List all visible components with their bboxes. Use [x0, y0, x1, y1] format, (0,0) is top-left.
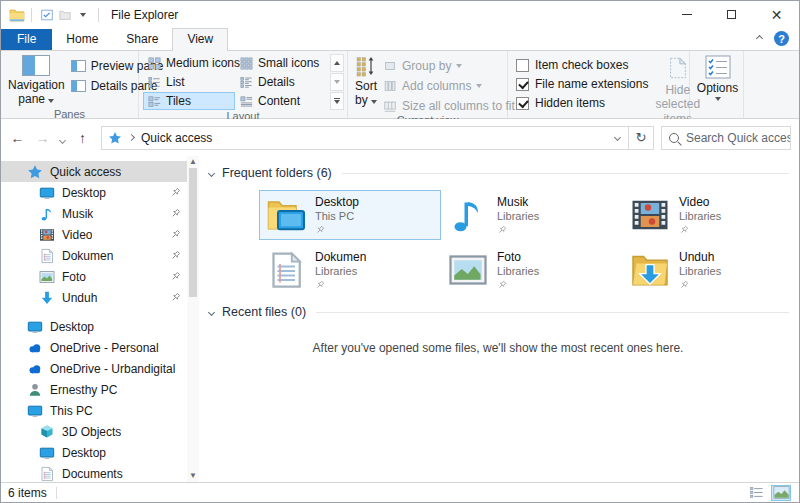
frequent-folder-tile[interactable]: Dokumen Libraries [259, 245, 441, 295]
back-button[interactable]: ← [5, 130, 30, 146]
layout-option[interactable]: Content [235, 92, 327, 110]
frequent-folder-tile[interactable]: Unduh Libraries [623, 245, 800, 295]
search-icon [669, 133, 679, 143]
show-hide-checkbox[interactable]: Hidden items [516, 96, 648, 110]
checkbox-icon[interactable] [516, 78, 529, 91]
show-hide-checkbox[interactable]: File name extensions [516, 77, 648, 91]
tab-home[interactable]: Home [52, 29, 112, 50]
cloud-icon [27, 340, 43, 356]
search-input[interactable]: Search Quick access [661, 126, 791, 150]
sidebar-item[interactable]: Musik [1, 203, 187, 224]
maximize-button[interactable] [709, 1, 754, 28]
frequent-folder-tile[interactable]: Desktop This PC [259, 190, 441, 240]
frequent-folder-tile[interactable]: Foto Libraries [441, 245, 623, 295]
sidebar-item[interactable]: This PC [1, 400, 187, 421]
monitor-icon [39, 185, 55, 201]
tile-name: Musik [497, 195, 539, 209]
separator [31, 8, 32, 22]
scrollbar-down-icon[interactable]: ▼ [189, 472, 197, 480]
list-view-icon [147, 75, 162, 90]
tiles-view-icon [147, 94, 162, 109]
pin-icon [679, 225, 689, 235]
sidebar-item[interactable]: Foto [1, 266, 187, 287]
address-box[interactable]: Quick access ↻ [101, 126, 654, 150]
qat-customize-dropdown-icon[interactable] [74, 6, 92, 24]
show-hide-checkbox[interactable]: Item check boxes [516, 58, 648, 72]
folder-download-icon [630, 250, 670, 290]
star-icon [27, 164, 43, 180]
tile-name: Desktop [315, 195, 359, 209]
ribbon-group-layout: Medium icons Small icons List Details Ti… [139, 51, 348, 118]
checkbox-icon[interactable] [516, 59, 529, 72]
group-by-button[interactable]: Group by [380, 57, 518, 74]
sidebar-item[interactable]: OneDrive - Urbandigital [1, 358, 187, 379]
help-icon[interactable]: ? [774, 31, 789, 46]
sidebar-item[interactable]: Video [1, 224, 187, 245]
sidebar-item[interactable]: OneDrive - Personal [1, 337, 187, 358]
large-icons-view-toggle-icon[interactable] [771, 485, 791, 501]
layout-option[interactable]: Small icons [235, 54, 327, 72]
pin-icon [170, 250, 181, 261]
cloud-icon [27, 361, 43, 377]
navigation-pane-icon [22, 55, 50, 76]
options-icon [705, 55, 731, 79]
gallery-scroll-up-icon[interactable] [330, 54, 344, 72]
qat-properties-icon[interactable] [38, 6, 56, 24]
recent-files-header[interactable]: Recent files (0) [207, 297, 789, 325]
layout-option[interactable]: Details [235, 73, 327, 91]
breadcrumb-chevron-icon[interactable] [128, 134, 135, 141]
sort-by-icon [355, 55, 377, 77]
details-view-icon [239, 75, 254, 90]
layout-option[interactable]: List [143, 73, 235, 91]
tab-share[interactable]: Share [112, 29, 172, 50]
sidebar-item[interactable]: Desktop [1, 442, 187, 463]
sort-by-button[interactable]: Sort by [352, 54, 380, 109]
details-view-toggle-icon[interactable] [747, 485, 767, 501]
tab-view[interactable]: View [172, 28, 228, 51]
frequent-folder-tile[interactable]: Musik Libraries [441, 190, 623, 240]
add-columns-button[interactable]: Add columns [380, 77, 518, 94]
sidebar-item[interactable]: Quick access [1, 161, 187, 182]
refresh-icon[interactable]: ↻ [628, 127, 653, 149]
ribbon-empty-space [744, 51, 799, 118]
forward-button[interactable]: → [30, 130, 55, 146]
close-button[interactable]: ✕ [754, 1, 799, 28]
collapse-section-icon[interactable] [208, 308, 215, 315]
checkbox-icon[interactable] [516, 97, 529, 110]
sidebar-item[interactable]: Dokumen [1, 245, 187, 266]
frequent-folders-header[interactable]: Frequent folders (6) [207, 158, 789, 186]
music-note-icon [448, 195, 488, 235]
up-button[interactable]: ↑ [70, 130, 95, 146]
recent-locations-dropdown-icon[interactable] [55, 130, 70, 146]
pin-icon [497, 280, 507, 290]
panes-group-label: Panes [1, 108, 138, 120]
layout-option[interactable]: Tiles [143, 92, 235, 110]
scrollbar-up-icon[interactable]: ▲ [189, 158, 197, 166]
sidebar-item[interactable]: Unduh [1, 287, 187, 308]
address-dropdown-icon[interactable] [606, 127, 628, 149]
scrollbar-thumb[interactable] [189, 168, 197, 297]
gallery-scroll-down-icon[interactable] [330, 73, 344, 91]
sidebar-item[interactable]: Desktop [1, 182, 187, 203]
sidebar-item[interactable]: Desktop [1, 316, 187, 337]
content-view-icon [239, 94, 254, 109]
collapse-section-icon[interactable] [208, 169, 215, 176]
tile-name: Video [679, 195, 721, 209]
recent-files-empty-message: After you've opened some files, we'll sh… [207, 341, 789, 355]
hide-selected-items-icon [666, 55, 690, 81]
gallery-more-icon[interactable] [330, 92, 344, 110]
sidebar-scrollbar[interactable]: ▲ ▼ [187, 156, 199, 482]
qat-new-folder-icon[interactable] [56, 6, 74, 24]
frequent-folder-tile[interactable]: Video Libraries [623, 190, 800, 240]
minimize-ribbon-icon[interactable] [756, 35, 763, 42]
layout-option[interactable]: Medium icons [143, 54, 235, 72]
sidebar-item[interactable]: 3D Objects [1, 421, 187, 442]
minimize-button[interactable] [664, 1, 709, 28]
navigation-pane-button[interactable]: Navigation pane [5, 54, 68, 108]
breadcrumb-location[interactable]: Quick access [141, 131, 212, 145]
options-button[interactable]: Options [694, 54, 741, 102]
size-all-columns-button[interactable]: Size all columns to fit [380, 97, 518, 114]
sidebar-item[interactable]: Documents [1, 463, 187, 482]
sidebar-item[interactable]: Ernesthy PC [1, 379, 187, 400]
tab-file[interactable]: File [1, 29, 52, 50]
